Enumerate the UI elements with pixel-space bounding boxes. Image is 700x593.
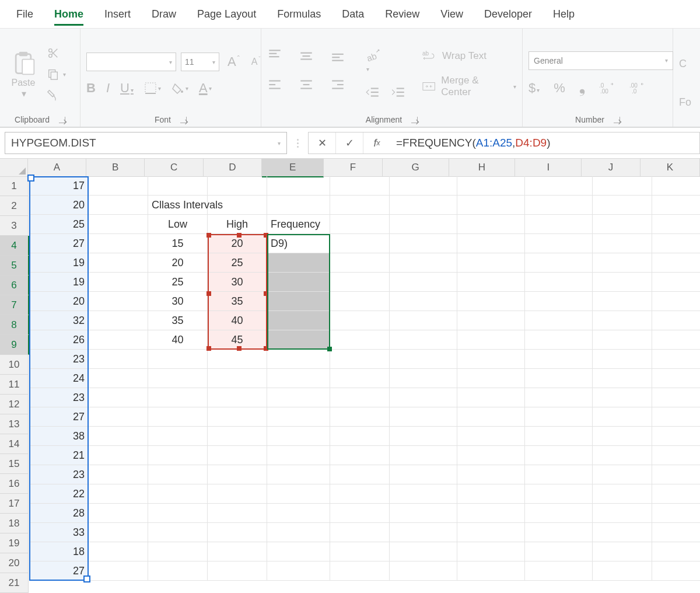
cell-H8[interactable] bbox=[457, 311, 525, 330]
cell-J4[interactable] bbox=[593, 234, 652, 253]
cell-A6[interactable]: 19 bbox=[29, 273, 89, 292]
cell-B13[interactable] bbox=[89, 407, 148, 427]
column-header-G[interactable]: G bbox=[383, 159, 449, 177]
cell-K6[interactable] bbox=[652, 273, 700, 292]
cell-E10[interactable] bbox=[267, 350, 330, 369]
cell-J9[interactable] bbox=[593, 330, 652, 350]
align-center-button[interactable] bbox=[299, 77, 320, 100]
cell-I3[interactable] bbox=[525, 215, 593, 234]
cell-A11[interactable]: 24 bbox=[29, 369, 89, 388]
cell-B9[interactable] bbox=[89, 330, 148, 350]
cell-C14[interactable] bbox=[148, 427, 208, 446]
cell-B2[interactable] bbox=[89, 196, 148, 215]
tab-page-layout[interactable]: Page Layout bbox=[188, 4, 265, 25]
cell-F10[interactable] bbox=[330, 350, 390, 369]
copy-button[interactable]: ▾ bbox=[47, 68, 66, 81]
cell-F6[interactable] bbox=[330, 273, 390, 292]
cell-C2[interactable]: Cllass Intervals bbox=[148, 196, 208, 215]
cell-K1[interactable] bbox=[652, 176, 700, 196]
cell-E18[interactable] bbox=[267, 504, 330, 523]
decrease-indent-button[interactable] bbox=[365, 85, 380, 100]
cell-C10[interactable] bbox=[148, 350, 208, 369]
cell-K21[interactable] bbox=[652, 561, 700, 581]
row-header-6[interactable]: 6 bbox=[0, 275, 29, 295]
cell-D8[interactable]: 40 bbox=[208, 311, 267, 330]
cell-C9[interactable]: 40 bbox=[148, 330, 208, 350]
underline-button[interactable]: U▾ bbox=[120, 81, 134, 96]
tab-formulas[interactable]: Formulas bbox=[268, 4, 330, 25]
cell-E9[interactable] bbox=[267, 330, 330, 350]
cell-A8[interactable]: 32 bbox=[29, 311, 89, 330]
font-name-selector[interactable]: ▾ bbox=[86, 53, 176, 71]
cell-J20[interactable] bbox=[593, 542, 652, 561]
cell-I6[interactable] bbox=[525, 273, 593, 292]
cell-A13[interactable]: 27 bbox=[29, 407, 89, 427]
row-header-16[interactable]: 16 bbox=[0, 474, 29, 494]
cell-J8[interactable] bbox=[593, 311, 652, 330]
tab-file[interactable]: File bbox=[7, 4, 43, 25]
increase-indent-button[interactable] bbox=[391, 85, 406, 100]
cell-H7[interactable] bbox=[457, 292, 525, 311]
increase-decimal-button[interactable]: .0.00 bbox=[599, 82, 615, 95]
cell-I18[interactable] bbox=[525, 504, 593, 523]
row-header-17[interactable]: 17 bbox=[0, 494, 29, 514]
cell-C15[interactable] bbox=[148, 446, 208, 465]
tab-review[interactable]: Review bbox=[376, 4, 429, 25]
cell-J16[interactable] bbox=[593, 465, 652, 484]
cell-E21[interactable] bbox=[267, 561, 330, 581]
cell-H13[interactable] bbox=[457, 407, 525, 427]
cell-G16[interactable] bbox=[390, 465, 457, 484]
row-header-8[interactable]: 8 bbox=[0, 315, 29, 335]
cell-B10[interactable] bbox=[89, 350, 148, 369]
enter-formula-button[interactable]: ✓ bbox=[336, 132, 363, 154]
row-header-5[interactable]: 5 bbox=[0, 256, 29, 275]
cell-J6[interactable] bbox=[593, 273, 652, 292]
cancel-formula-button[interactable]: ✕ bbox=[309, 132, 336, 154]
cell-J14[interactable] bbox=[593, 427, 652, 446]
cell-F15[interactable] bbox=[330, 446, 390, 465]
cell-K9[interactable] bbox=[652, 330, 700, 350]
cell-F14[interactable] bbox=[330, 427, 390, 446]
cell-A4[interactable]: 27 bbox=[29, 234, 89, 253]
cell-I17[interactable] bbox=[525, 484, 593, 504]
cell-G20[interactable] bbox=[390, 542, 457, 561]
cell-J19[interactable] bbox=[593, 523, 652, 542]
cell-A12[interactable]: 23 bbox=[29, 388, 89, 407]
cell-B14[interactable] bbox=[89, 427, 148, 446]
row-header-2[interactable]: 2 bbox=[0, 196, 29, 216]
cell-C11[interactable] bbox=[148, 369, 208, 388]
cell-A14[interactable]: 38 bbox=[29, 427, 89, 446]
font-color-button[interactable]: A▾ bbox=[199, 81, 212, 96]
cell-K5[interactable] bbox=[652, 253, 700, 273]
cell-B15[interactable] bbox=[89, 446, 148, 465]
row-header-15[interactable]: 15 bbox=[0, 454, 29, 474]
cell-B1[interactable] bbox=[89, 176, 148, 196]
cell-K8[interactable] bbox=[652, 311, 700, 330]
cell-K16[interactable] bbox=[652, 465, 700, 484]
row-header-19[interactable]: 19 bbox=[0, 533, 29, 553]
cell-B16[interactable] bbox=[89, 465, 148, 484]
cell-G17[interactable] bbox=[390, 484, 457, 504]
cell-I20[interactable] bbox=[525, 542, 593, 561]
cell-D16[interactable] bbox=[208, 465, 267, 484]
cell-E3[interactable]: Frequency bbox=[267, 215, 330, 234]
cell-A7[interactable]: 20 bbox=[29, 292, 89, 311]
tab-view[interactable]: View bbox=[431, 4, 473, 25]
align-top-button[interactable] bbox=[267, 48, 288, 71]
cell-D12[interactable] bbox=[208, 388, 267, 407]
cell-E13[interactable] bbox=[267, 407, 330, 427]
cell-K2[interactable] bbox=[652, 196, 700, 215]
cell-A3[interactable]: 25 bbox=[29, 215, 89, 234]
cell-C3[interactable]: Low bbox=[148, 215, 208, 234]
cell-D14[interactable] bbox=[208, 427, 267, 446]
column-header-A[interactable]: A bbox=[28, 159, 86, 177]
column-header-K[interactable]: K bbox=[640, 159, 700, 177]
cell-F2[interactable] bbox=[330, 196, 390, 215]
tab-data[interactable]: Data bbox=[332, 4, 373, 25]
cell-D13[interactable] bbox=[208, 407, 267, 427]
align-middle-button[interactable] bbox=[299, 48, 320, 71]
cell-K12[interactable] bbox=[652, 388, 700, 407]
cell-F18[interactable] bbox=[330, 504, 390, 523]
cell-H21[interactable] bbox=[457, 561, 525, 581]
cell-K3[interactable] bbox=[652, 215, 700, 234]
